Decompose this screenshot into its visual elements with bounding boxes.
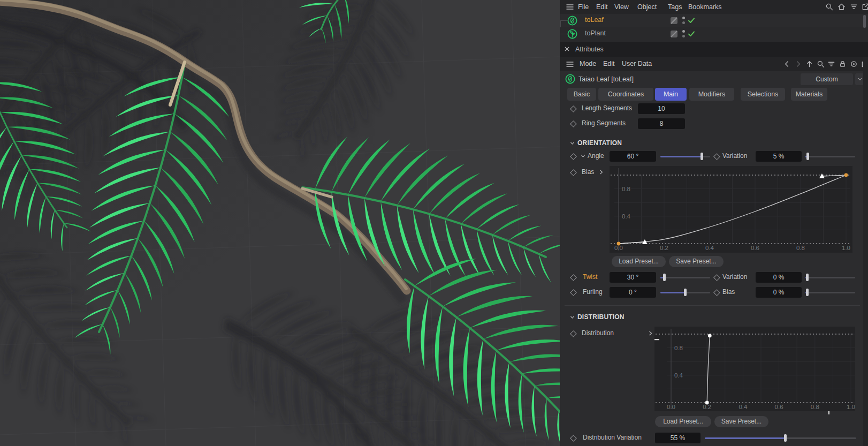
keyframe-diamond-icon[interactable] bbox=[713, 274, 720, 281]
slider-handle[interactable] bbox=[806, 289, 809, 296]
twist-slider[interactable] bbox=[660, 272, 710, 283]
param-label: Distribution Variation bbox=[583, 434, 642, 441]
bias-spline-editor[interactable]: 0.00.20.40.60.81.00.80.4 bbox=[610, 166, 852, 253]
keyframe-diamond-icon[interactable] bbox=[570, 274, 577, 281]
hamburger-icon[interactable] bbox=[566, 60, 574, 69]
save-preset-button[interactable]: Save Preset... bbox=[669, 256, 724, 267]
angle-slider[interactable] bbox=[660, 151, 710, 162]
om-scrollbar-thumb[interactable] bbox=[863, 15, 866, 28]
preset-dropdown[interactable]: Custom bbox=[801, 73, 853, 85]
value-input[interactable]: 8 bbox=[638, 118, 685, 129]
attr-menu-edit[interactable]: Edit bbox=[603, 57, 615, 71]
keyframe-diamond-icon[interactable] bbox=[713, 289, 720, 296]
slider-track[interactable] bbox=[660, 277, 710, 278]
hamburger-icon[interactable] bbox=[566, 3, 574, 11]
keyframe-diamond-icon[interactable] bbox=[570, 153, 577, 160]
layer-chip-icon[interactable] bbox=[671, 17, 677, 24]
attr-menu-mode[interactable]: Mode bbox=[580, 57, 596, 71]
attr-menu-user-data[interactable]: User Data bbox=[622, 57, 652, 71]
attr-scroll-gutter[interactable] bbox=[863, 57, 868, 446]
tab-main[interactable]: Main bbox=[655, 88, 687, 101]
slider-track[interactable] bbox=[805, 156, 855, 157]
keyframe-diamond-icon[interactable] bbox=[570, 120, 577, 127]
value-input[interactable]: 60 ° bbox=[610, 151, 656, 162]
object-name[interactable]: toPlant bbox=[585, 29, 606, 37]
slider-handle[interactable] bbox=[684, 289, 687, 296]
object-row-toPlant[interactable]: toPlant bbox=[560, 27, 868, 41]
om-menu-edit[interactable]: Edit bbox=[596, 0, 608, 14]
section-collapse-icon[interactable] bbox=[569, 140, 577, 148]
plant-object-icon[interactable] bbox=[567, 29, 576, 37]
om-menu-tags[interactable]: Tags bbox=[668, 0, 682, 14]
editor-visibility-dot-icon[interactable] bbox=[682, 30, 685, 33]
forward-icon[interactable] bbox=[794, 60, 803, 69]
om-menu-bookmarks[interactable]: Bookmarks bbox=[688, 0, 722, 14]
filter-icon[interactable] bbox=[850, 3, 858, 11]
param-label: Bias bbox=[582, 168, 594, 176]
section-collapse-icon[interactable] bbox=[569, 314, 577, 322]
om-menu-file[interactable]: File bbox=[578, 0, 589, 14]
twist-variation-slider[interactable] bbox=[805, 272, 855, 283]
slider-track[interactable] bbox=[805, 292, 855, 293]
value-input[interactable]: 30 ° bbox=[610, 272, 656, 283]
slider-handle[interactable] bbox=[784, 434, 787, 442]
tab-basic[interactable]: Basic bbox=[567, 88, 596, 101]
object-row-toLeaf[interactable]: toLeaf bbox=[560, 14, 868, 27]
load-preset-button[interactable]: Load Preset... bbox=[655, 416, 711, 427]
x-tick-label: 0.8 bbox=[811, 404, 819, 410]
x-tick-label: 0.6 bbox=[775, 404, 783, 410]
keyframe-diamond-icon[interactable] bbox=[570, 169, 577, 176]
value-input[interactable]: 0 % bbox=[756, 287, 802, 298]
slider-handle[interactable] bbox=[806, 274, 809, 281]
slider-track[interactable] bbox=[805, 277, 855, 278]
value-input[interactable]: 0 % bbox=[756, 272, 802, 283]
search-icon[interactable] bbox=[825, 3, 834, 11]
load-preset-button[interactable]: Load Preset... bbox=[612, 256, 666, 267]
tab-materials[interactable]: Materials bbox=[791, 88, 827, 101]
leaf-object-icon[interactable] bbox=[567, 16, 576, 24]
angle-expand-icon[interactable] bbox=[580, 153, 588, 161]
check-icon[interactable] bbox=[687, 29, 696, 38]
viewport-3d[interactable] bbox=[0, 0, 560, 446]
distribution-spline-editor[interactable]: 0.00.20.40.60.81.00.80.4 bbox=[654, 327, 855, 411]
close-icon[interactable] bbox=[564, 46, 572, 54]
target-icon[interactable] bbox=[850, 60, 858, 69]
save-preset-button[interactable]: Save Preset... bbox=[714, 416, 768, 427]
keyframe-diamond-icon[interactable] bbox=[570, 289, 577, 296]
back-icon[interactable] bbox=[783, 60, 791, 69]
distribution-variation-slider[interactable] bbox=[705, 433, 856, 443]
render-visibility-dot-icon[interactable] bbox=[682, 35, 685, 37]
om-menu-view[interactable]: View bbox=[614, 0, 629, 14]
home-icon[interactable] bbox=[837, 3, 846, 11]
editor-visibility-dot-icon[interactable] bbox=[682, 17, 685, 19]
furling-bias-slider[interactable] bbox=[805, 287, 855, 298]
value-input[interactable]: 0 ° bbox=[610, 287, 656, 298]
search-icon[interactable] bbox=[817, 60, 825, 69]
attributes-panel-title: Attributes bbox=[575, 46, 604, 53]
filter-icon[interactable] bbox=[827, 60, 836, 69]
tab-selections[interactable]: Selections bbox=[741, 88, 785, 101]
check-icon[interactable] bbox=[687, 16, 696, 25]
value-input[interactable]: 55 % bbox=[655, 433, 701, 443]
bias-expand-icon[interactable] bbox=[598, 169, 606, 177]
slider-handle[interactable] bbox=[663, 274, 666, 281]
popout-icon[interactable] bbox=[862, 3, 868, 11]
slider-handle[interactable] bbox=[701, 153, 703, 160]
layer-chip-icon[interactable] bbox=[671, 31, 677, 37]
lock-icon[interactable] bbox=[839, 60, 847, 69]
keyframe-diamond-icon[interactable] bbox=[570, 330, 577, 337]
tab-coordinates[interactable]: Coordinates bbox=[598, 88, 653, 101]
keyframe-diamond-icon[interactable] bbox=[713, 153, 720, 160]
keyframe-diamond-icon[interactable] bbox=[570, 105, 577, 112]
keyframe-diamond-icon[interactable] bbox=[570, 435, 577, 442]
up-icon[interactable] bbox=[805, 60, 814, 69]
value-input[interactable]: 5 % bbox=[756, 151, 802, 162]
slider-handle[interactable] bbox=[806, 153, 809, 160]
value-input[interactable]: 10 bbox=[638, 103, 685, 114]
render-visibility-dot-icon[interactable] bbox=[682, 21, 685, 24]
om-menu-object[interactable]: Object bbox=[637, 0, 657, 14]
angle-variation-slider[interactable] bbox=[805, 151, 855, 162]
furling-slider[interactable] bbox=[660, 287, 710, 298]
tab-modifiers[interactable]: Modifiers bbox=[689, 88, 734, 101]
object-name[interactable]: toLeaf bbox=[585, 16, 604, 24]
